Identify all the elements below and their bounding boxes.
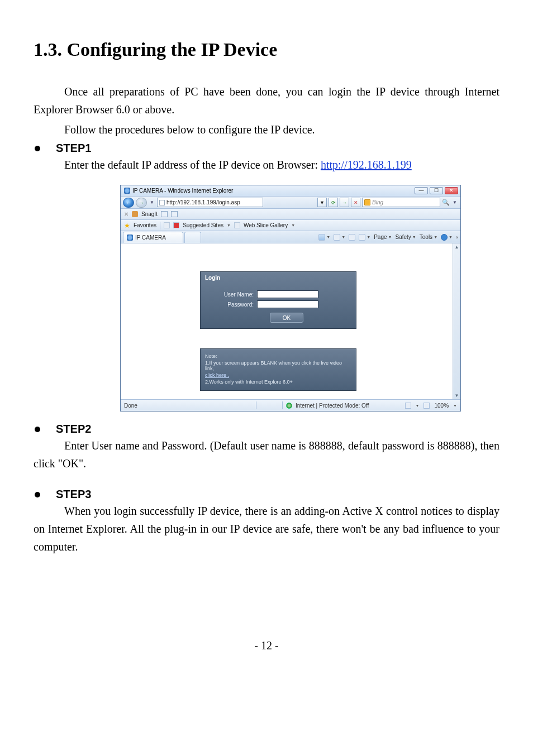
step1-text: Enter the default IP address of the IP d… <box>34 156 499 174</box>
tab-ipcamera[interactable]: IP CAMERA <box>123 232 183 243</box>
snagit-tool-2[interactable] <box>171 211 178 217</box>
go-button[interactable]: → <box>340 198 349 207</box>
bing-icon <box>364 199 370 205</box>
step3-text: When you login successfully IP device, t… <box>34 502 499 556</box>
favorites-label[interactable]: Favorites <box>134 222 156 228</box>
bullet-icon <box>35 427 40 432</box>
feeds-icon <box>334 234 340 241</box>
forward-button[interactable]: → <box>136 198 147 208</box>
zoom-icon[interactable] <box>423 403 430 409</box>
tab-title: IP CAMERA <box>135 235 166 241</box>
help-button[interactable]: ▼ <box>441 234 453 241</box>
window-titlebar: IP CAMERA - Windows Internet Explorer — … <box>121 185 460 197</box>
step3-heading: STEP3 <box>34 488 499 501</box>
internet-zone-icon <box>286 403 292 409</box>
toolbar-close-icon[interactable]: ✕ <box>124 211 129 217</box>
step1-label: STEP1 <box>56 142 91 155</box>
username-input[interactable] <box>257 290 318 298</box>
login-panel: Login User Name: Password: OK <box>200 271 356 329</box>
dropdown-caret-icon[interactable]: ▼ <box>227 223 231 227</box>
note-heading: Note: <box>205 353 351 359</box>
step2-label: STEP2 <box>56 423 91 436</box>
home-icon <box>318 234 325 241</box>
ie-screenshot: IP CAMERA - Windows Internet Explorer — … <box>120 185 461 412</box>
intro-paragraph-1: Once all preparations of PC have been do… <box>34 83 499 118</box>
dropdown-caret-icon[interactable]: ▼ <box>291 223 295 227</box>
fav-item-icon-2 <box>173 222 179 228</box>
overflow-icon[interactable]: ›› <box>456 235 457 240</box>
address-input[interactable]: http://192.168.1.199/login.asp <box>157 198 263 207</box>
address-bar: ← → ▼ http://192.168.1.199/login.asp ▼ ⟳… <box>121 197 460 209</box>
snagit-tool-1[interactable] <box>161 211 168 217</box>
search-dropdown-icon[interactable]: ▼ <box>451 200 458 205</box>
ok-button[interactable]: OK <box>270 313 303 323</box>
new-tab-button[interactable] <box>184 232 201 243</box>
section-heading: 1.3. Configuring the IP Device <box>34 39 499 60</box>
favorites-star-icon[interactable]: ★ <box>124 222 130 229</box>
separator-icon <box>160 222 160 229</box>
mail-icon <box>349 234 355 241</box>
status-bar: Done Internet | Protected Mode: Off ▼ 10… <box>121 400 460 411</box>
scroll-up-icon[interactable]: ▲ <box>455 243 459 251</box>
snagit-toolbar: ✕ SnagIt <box>121 209 460 220</box>
note-click-here-link[interactable]: click here . <box>205 372 229 378</box>
tab-strip: IP CAMERA ▼ ▼ ▼ Page▼ Safety▼ Tools▼ ▼ ›… <box>121 231 460 243</box>
status-zoom[interactable]: 100% <box>434 403 449 409</box>
web-slice-link[interactable]: Web Slice Gallery <box>244 222 288 228</box>
login-heading: Login <box>201 272 356 284</box>
ie-icon <box>124 188 130 194</box>
stop-button[interactable]: ✕ <box>351 198 360 207</box>
print-button[interactable]: ▼ <box>359 234 370 241</box>
step2-text: Enter User name and Password. (Default u… <box>34 437 499 472</box>
note-panel: Note: 1.If your screen appears BLANK whe… <box>200 348 356 391</box>
page-menu[interactable]: Page▼ <box>374 234 392 240</box>
nav-dropdown-icon[interactable]: ▼ <box>149 200 155 205</box>
window-title: IP CAMERA - Windows Internet Explorer <box>132 188 415 194</box>
suggested-sites-link[interactable]: Suggested Sites <box>183 222 223 228</box>
fav-item-icon-1 <box>164 222 170 228</box>
note-line-1: 1.If your screen appears BLANK when you … <box>205 360 351 371</box>
search-input[interactable]: Bing <box>362 198 440 207</box>
command-bar: ▼ ▼ ▼ Page▼ Safety▼ Tools▼ ▼ ›› <box>201 234 460 241</box>
compat-dropdown[interactable]: ▼ <box>317 198 327 207</box>
note-line-2: 2.Works only with Internet Explore 6.0+ <box>205 379 351 385</box>
step1-prefix: Enter the default IP address of the IP d… <box>64 159 321 171</box>
home-button[interactable]: ▼ <box>318 234 330 241</box>
back-button[interactable]: ← <box>123 198 134 208</box>
web-slice-icon <box>234 222 240 228</box>
close-button[interactable]: ✕ <box>445 187 458 194</box>
maximize-button[interactable]: ☐ <box>430 187 443 194</box>
bullet-icon <box>35 492 40 497</box>
minimize-button[interactable]: — <box>415 187 428 194</box>
snagit-icon <box>132 211 138 217</box>
step2-heading: STEP2 <box>34 423 499 436</box>
tools-menu[interactable]: Tools▼ <box>420 234 437 240</box>
default-ip-link[interactable]: http://192.168.1.199 <box>321 159 412 171</box>
password-input[interactable] <box>257 300 318 308</box>
help-icon <box>441 234 448 241</box>
step1-heading: STEP1 <box>34 142 499 155</box>
username-label: User Name: <box>223 291 254 298</box>
print-icon <box>359 234 365 241</box>
zoom-dropdown-icon[interactable]: ▼ <box>453 404 457 408</box>
safety-menu[interactable]: Safety▼ <box>395 234 416 240</box>
snagit-label: SnagIt <box>141 211 158 217</box>
page-viewport: Login User Name: Password: OK <box>121 243 460 400</box>
refresh-button[interactable]: ⟳ <box>329 198 338 207</box>
protected-mode-icon[interactable] <box>405 403 411 409</box>
search-provider-text: Bing <box>372 199 383 205</box>
step3-label: STEP3 <box>56 488 91 501</box>
readmail-button[interactable] <box>349 234 355 241</box>
address-url-text: http://192.168.1.199/login.asp <box>166 199 240 205</box>
vertical-scrollbar[interactable]: ▲ ▼ <box>453 243 460 399</box>
favorites-bar: ★ Favorites Suggested Sites ▼ Web Slice … <box>121 220 460 231</box>
page-number: - 12 - <box>34 639 499 652</box>
status-zone-text: Internet | Protected Mode: Off <box>296 403 369 409</box>
bullet-icon <box>35 146 40 151</box>
scroll-down-icon[interactable]: ▼ <box>455 392 459 399</box>
intro-paragraph-2: Follow the procedures below to configure… <box>34 121 499 138</box>
password-label: Password: <box>223 302 254 308</box>
search-button[interactable]: 🔍 <box>442 199 450 206</box>
feeds-button[interactable]: ▼ <box>334 234 345 241</box>
status-done: Done <box>124 403 137 409</box>
